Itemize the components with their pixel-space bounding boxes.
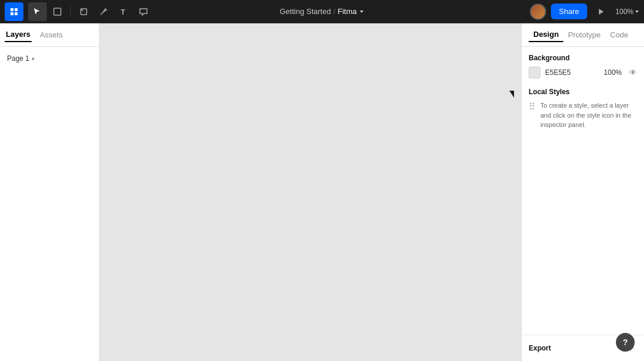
shape-tool-button[interactable]: [74, 2, 93, 21]
topbar: T Getting Started / Fitma Share 100%: [0, 0, 644, 23]
background-color-row: E5E5E5 100% 👁: [529, 67, 637, 78]
background-hex-value[interactable]: E5E5E5: [545, 68, 599, 77]
avatar[interactable]: [530, 4, 546, 20]
right-tabs: Design Prototype Code: [522, 23, 644, 47]
play-button[interactable]: [592, 2, 611, 21]
zoom-level[interactable]: 100%: [615, 8, 639, 16]
project-name[interactable]: Fitma: [338, 7, 365, 16]
svg-rect-1: [15, 8, 18, 11]
background-section-title: Background: [529, 54, 637, 62]
local-styles-section-title: Local Styles: [529, 88, 637, 96]
left-panel: Layers Assets Page 1 ▾: [0, 23, 100, 361]
text-tool-button[interactable]: T: [114, 2, 133, 21]
background-opacity-value[interactable]: 100%: [604, 68, 622, 77]
help-button[interactable]: ?: [616, 333, 635, 352]
svg-text:T: T: [121, 8, 125, 16]
comment-tool-button[interactable]: [134, 2, 153, 21]
move-tool-button[interactable]: [28, 2, 47, 21]
background-color-swatch[interactable]: [529, 67, 540, 78]
layers-content: [0, 68, 99, 361]
tab-code[interactable]: Code: [605, 28, 633, 42]
svg-rect-2: [11, 12, 13, 15]
page-1-item[interactable]: Page 1 ▾: [0, 49, 99, 68]
design-panel-content: Background E5E5E5 100% 👁 Local Styles ⠿ …: [522, 47, 644, 335]
visibility-toggle-icon[interactable]: 👁: [629, 68, 637, 77]
tab-layers[interactable]: Layers: [5, 27, 32, 42]
canvas-area[interactable]: [100, 23, 521, 361]
svg-rect-4: [54, 8, 61, 15]
export-label[interactable]: Export: [529, 344, 551, 352]
local-styles-hint: ⠿ To create a style, select a layer and …: [529, 101, 637, 130]
left-tabs: Layers Assets: [0, 23, 99, 47]
right-panel: Design Prototype Code Background E5E5E5 …: [521, 23, 644, 361]
title-separator: /: [333, 7, 335, 16]
pen-tool-button[interactable]: [94, 2, 113, 21]
share-button[interactable]: Share: [551, 4, 588, 19]
tool-separator: [70, 6, 71, 18]
frame-tool-button[interactable]: [48, 2, 67, 21]
local-styles-hint-text: To create a style, select a layer and cl…: [540, 101, 637, 130]
tab-design[interactable]: Design: [529, 27, 563, 42]
svg-rect-0: [11, 8, 13, 11]
tab-assets[interactable]: Assets: [39, 28, 64, 42]
menu-button[interactable]: [5, 2, 23, 21]
topbar-right: Share 100%: [530, 2, 639, 21]
file-name: Getting Started: [280, 7, 331, 16]
app-body: Layers Assets Page 1 ▾ Design Prototype …: [0, 23, 644, 361]
cursor-pointer-icon: [509, 91, 514, 98]
toolbar-tools: T: [28, 2, 153, 21]
svg-rect-3: [15, 12, 18, 15]
page-chevron-icon: ▾: [32, 56, 35, 62]
style-dots-icon: ⠿: [529, 101, 536, 112]
topbar-title: Getting Started / Fitma: [280, 7, 365, 16]
tab-prototype[interactable]: Prototype: [563, 28, 605, 42]
